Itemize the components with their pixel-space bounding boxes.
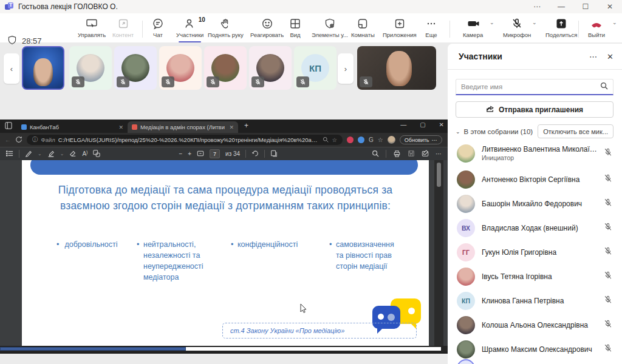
tab-close-icon[interactable]: ✕ [118,124,123,130]
participants-button[interactable]: 10 Участники [176,18,203,41]
video-tile-initials[interactable]: КП [294,46,337,90]
participant-search[interactable] [456,79,613,95]
tab-favicon [21,124,27,130]
mic-muted-icon [604,148,612,159]
more-button[interactable]: Еще [425,18,437,41]
raise-hand-button[interactable]: Поднять руку [208,18,244,41]
back-icon[interactable]: ← [5,136,11,143]
window-more-button[interactable]: ⋯ [525,0,549,13]
browser-close-button[interactable]: ✕ [439,121,444,128]
profile-avatar[interactable] [388,136,395,144]
view-button[interactable]: Вид [289,18,301,41]
video-tile[interactable] [69,46,112,90]
camera-button[interactable]: Камера [463,18,483,41]
share-button[interactable]: Поделиться [545,18,577,41]
mic-button[interactable]: Микрофон [503,18,531,41]
save-icon[interactable] [408,150,415,158]
pdf-content-area: Підготовка до медіації та сама процедура… [0,160,448,346]
tab-close-icon[interactable]: ✕ [229,124,234,130]
strip-next-button[interactable]: › [338,53,354,84]
participant-row[interactable]: Башорін Михайло Федорович [448,192,622,216]
rotate-icon[interactable] [251,150,259,158]
mic-muted-icon [117,76,129,87]
panel-close-button[interactable]: ✕ [607,52,613,61]
strip-prev-button[interactable]: ‹ [4,53,19,84]
camera-chevron-icon[interactable]: ⌄ [490,19,494,25]
new-tab-button[interactable]: + [244,121,248,130]
video-tile[interactable] [204,46,247,90]
tab-layout-icon[interactable] [5,122,12,130]
pdf-more-icon[interactable]: ⋯ [436,150,442,157]
read-aloud-icon[interactable]: A) [82,150,87,157]
info-icon: ⓘ [32,136,38,144]
toc-icon[interactable] [6,150,13,158]
url-field[interactable]: ⓘ Файл C:/HELGA/IUS(JURIS)/препод/25%20-… [27,135,343,145]
browser-update-button[interactable]: Обновить ⋯ [400,135,442,144]
fit-page-icon[interactable] [197,150,204,158]
favorites-bar-icon[interactable]: ☆ [378,136,383,143]
mic-chevron-icon[interactable]: ⌄ [532,19,537,25]
participant-row[interactable]: Шрамко Максим Олександрович [448,337,622,362]
favorite-star-icon[interactable]: ☆ [332,136,337,143]
video-tile[interactable] [159,46,202,90]
manage-button[interactable]: Управлять [78,18,106,41]
hscroll-thumb[interactable] [0,347,186,351]
participant-row[interactable]: КП Клинова Ганна Петрівна [448,289,622,313]
eraser-icon[interactable] [69,150,77,158]
translate-icon[interactable] [93,150,100,158]
edit-icon[interactable] [422,150,429,158]
meeting-elements-button[interactable]: Элементы у... [312,18,348,41]
mic-muted-icon [162,76,174,87]
search-input[interactable] [461,83,600,90]
participant-row[interactable]: Колоша Альона Олександрівна [448,313,622,337]
mute-all-button[interactable]: Отключить все мик... [538,124,613,138]
apps-button[interactable]: Приложения [383,18,417,41]
pen-tool-icon[interactable] [25,150,32,158]
react-button[interactable]: Реагировать [250,18,284,41]
search-in-page-icon[interactable] [323,136,329,144]
pen-chevron-icon[interactable]: ⌄ [38,151,42,157]
tab-favicon-pdf [132,124,137,130]
video-tile[interactable] [114,46,157,90]
zoom-in-icon[interactable]: + [188,150,191,157]
avatar [457,170,475,189]
window-maximize-button[interactable]: ☐ [573,0,598,13]
highlighter-icon[interactable] [47,150,55,158]
refresh-icon[interactable] [15,136,22,144]
page-number-field[interactable]: 7 [210,149,220,158]
window-close-button[interactable]: ✕ [598,0,622,13]
pdf-horizontal-scrollbar[interactable] [0,346,448,352]
rooms-button[interactable]: Комнаты [351,18,375,41]
browser-tab-pdf[interactable]: Медіація в адмін спорах (Литви ✕ [128,121,238,133]
avatar [457,144,475,163]
highlighter-chevron-icon[interactable]: ⌄ [60,151,64,157]
participant-row[interactable]: Івусь Тетяна Ігорівна [448,265,622,289]
leave-button[interactable]: Выйти [588,18,605,41]
video-tile-active-speaker[interactable] [22,46,64,90]
participant-row[interactable]: Литвиненко Валентина Миколаївна Инициато… [448,140,622,167]
send-invite-button[interactable]: Отправка приглашения [456,101,613,118]
panel-title: Участники [459,52,502,61]
pdf-search-icon[interactable] [372,150,379,158]
pdf-toolbar: ⌄ ⌄ A) − + 7 из 34 [0,147,448,160]
chat-button[interactable]: Чат [152,18,164,41]
video-tile-presenter[interactable] [357,46,436,90]
window-minimize-button[interactable]: — [549,0,573,13]
section-chevron-icon[interactable]: ⌄ [456,129,460,135]
browser-maximize-button[interactable]: ▢ [420,121,425,128]
pdf-vertical-scrollbar[interactable] [434,160,443,346]
zoom-out-icon[interactable]: − [179,150,182,157]
video-tile[interactable] [249,46,292,90]
panel-more-button[interactable]: ⋯ [589,52,597,61]
participant-row[interactable]: ВХ Владислав Ходак (внешний) [448,216,622,240]
print-icon[interactable] [393,150,401,158]
browser-minimize-button[interactable]: — [400,121,406,128]
extension-icon[interactable] [358,136,364,143]
page-view-icon[interactable] [270,150,278,158]
leave-chevron-icon[interactable]: ⌄ [612,19,617,25]
participant-row[interactable]: ГГ Гукун Юлія Григорівна [448,240,622,265]
browser-tab-kanban[interactable]: КанбанТаб ✕ [17,121,128,133]
extension-icon[interactable] [347,136,354,143]
extensions-puzzle-icon[interactable]: G [369,136,374,143]
participant-row[interactable]: Антоненко Вікторія Сергіївна [448,167,622,192]
